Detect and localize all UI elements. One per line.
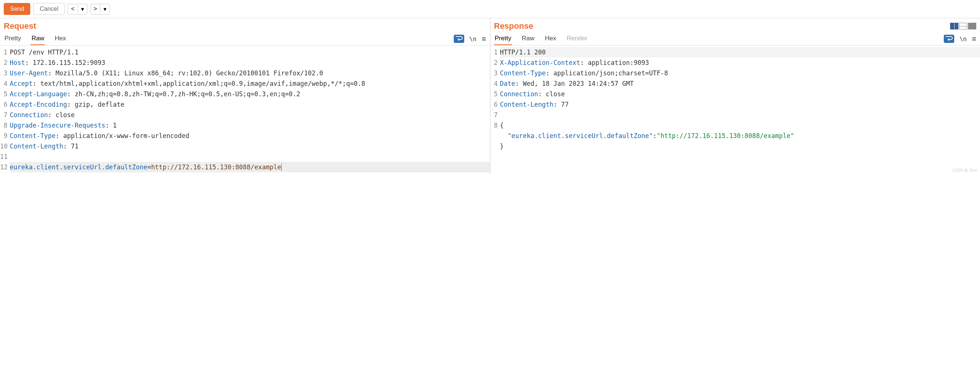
- tab-hex[interactable]: Hex: [54, 32, 67, 45]
- response-title: Response: [494, 21, 533, 31]
- action-toolbar: Send Cancel < ▾ > ▾: [0, 0, 980, 18]
- line-number: 2: [490, 57, 500, 68]
- line-content[interactable]: Date: Wed, 18 Jan 2023 14:24:57 GMT: [500, 78, 980, 89]
- line-number: 4: [0, 78, 10, 89]
- line-number: 12: [0, 162, 10, 172]
- editor-line[interactable]: 5Connection: close: [490, 89, 980, 99]
- tab-render[interactable]: Render: [566, 32, 588, 45]
- line-content[interactable]: Content-Type: application/x-www-form-url…: [10, 131, 490, 141]
- layout-buttons: [950, 23, 976, 30]
- line-content[interactable]: eureka.client.serviceUrl.defaultZone=htt…: [10, 162, 490, 172]
- editor-line[interactable]: 2X-Application-Context: application:9093: [490, 57, 980, 68]
- line-content[interactable]: POST /env HTTP/1.1: [10, 47, 490, 57]
- line-content[interactable]: {: [500, 120, 980, 131]
- line-number: 11: [0, 152, 10, 162]
- line-content[interactable]: X-Application-Context: application:9093: [500, 57, 980, 68]
- layout-single[interactable]: [968, 23, 976, 30]
- editor-line[interactable]: 9Content-Type: application/x-www-form-ur…: [0, 131, 490, 141]
- show-newlines-icon[interactable]: \n: [959, 35, 967, 43]
- editor-line[interactable]: 6Content-Length: 77: [490, 99, 980, 110]
- cancel-button[interactable]: Cancel: [33, 3, 65, 15]
- editor-line[interactable]: 4Accept: text/html,application/xhtml+xml…: [0, 78, 490, 89]
- line-content[interactable]: [500, 110, 980, 120]
- tab-raw[interactable]: Raw: [30, 32, 45, 45]
- history-next-dropdown[interactable]: ▾: [100, 4, 110, 14]
- line-content[interactable]: Connection: close: [10, 110, 490, 120]
- line-content[interactable]: }: [500, 141, 980, 152]
- editor-line[interactable]: 3User-Agent: Mozilla/5.0 (X11; Linux x86…: [0, 68, 490, 78]
- line-number: 1: [490, 47, 500, 57]
- editor-menu-icon[interactable]: ≡: [482, 35, 486, 43]
- line-number: 8: [0, 120, 10, 131]
- editor-line[interactable]: 4Date: Wed, 18 Jan 2023 14:24:57 GMT: [490, 78, 980, 89]
- editor-line[interactable]: 7Connection: close: [0, 110, 490, 120]
- response-tabs: Pretty Raw Hex Render: [494, 32, 588, 45]
- line-number: 2: [0, 57, 10, 68]
- line-number: 5: [490, 89, 500, 99]
- request-tabs: Pretty Raw Hex: [4, 32, 67, 45]
- line-number: [490, 141, 500, 152]
- line-number: 3: [0, 68, 10, 78]
- history-next-group: > ▾: [91, 4, 110, 14]
- line-number: 8: [490, 120, 500, 131]
- show-newlines-icon[interactable]: \n: [469, 35, 477, 43]
- line-number: 9: [0, 131, 10, 141]
- history-prev-button[interactable]: <: [68, 4, 77, 14]
- editor-line[interactable]: }: [490, 141, 980, 152]
- history-prev-dropdown[interactable]: ▾: [78, 4, 88, 14]
- line-content[interactable]: Upgrade-Insecure-Requests: 1: [10, 120, 490, 131]
- line-content[interactable]: Content-Length: 77: [500, 99, 980, 110]
- editor-line[interactable]: 12eureka.client.serviceUrl.defaultZone=h…: [0, 162, 490, 172]
- line-number: 10: [0, 141, 10, 152]
- line-content[interactable]: Connection: close: [500, 89, 980, 99]
- editor-line[interactable]: 6Accept-Encoding: gzip, deflate: [0, 99, 490, 110]
- request-editor[interactable]: 1POST /env HTTP/1.12Host: 172.16.115.152…: [0, 46, 490, 174]
- line-content[interactable]: Accept-Encoding: gzip, deflate: [10, 99, 490, 110]
- line-content[interactable]: Accept: text/html,application/xhtml+xml,…: [10, 78, 490, 89]
- line-number: 3: [490, 68, 500, 78]
- editor-line[interactable]: 3Content-Type: application/json;charset=…: [490, 68, 980, 78]
- editor-line[interactable]: 1HTTP/1.1 200: [490, 47, 980, 57]
- wrap-toggle-icon[interactable]: [454, 35, 464, 43]
- editor-line[interactable]: 10Content-Length: 71: [0, 141, 490, 152]
- editor-line[interactable]: 7: [490, 110, 980, 120]
- response-pane: Response Pretty Raw Hex Render \n ≡: [490, 18, 980, 174]
- line-number: 1: [0, 47, 10, 57]
- line-content[interactable]: [10, 152, 490, 162]
- tab-pretty[interactable]: Pretty: [4, 32, 22, 45]
- line-content[interactable]: Content-Length: 71: [10, 141, 490, 152]
- line-number: 6: [0, 99, 10, 110]
- editor-line[interactable]: 11: [0, 152, 490, 162]
- request-pane: Request Pretty Raw Hex \n ≡ 1POST /env H…: [0, 18, 490, 174]
- editor-line[interactable]: 1POST /env HTTP/1.1: [0, 47, 490, 57]
- line-number: 7: [490, 110, 500, 120]
- tab-hex[interactable]: Hex: [544, 32, 557, 45]
- wrap-toggle-icon[interactable]: [944, 35, 954, 43]
- request-title: Request: [4, 21, 36, 31]
- response-editor[interactable]: 1HTTP/1.1 2002X-Application-Context: app…: [490, 46, 980, 153]
- editor-line[interactable]: "eureka.client.serviceUrl.defaultZone":"…: [490, 131, 980, 141]
- line-content[interactable]: User-Agent: Mozilla/5.0 (X11; Linux x86_…: [10, 68, 490, 78]
- send-button[interactable]: Send: [4, 3, 30, 15]
- layout-split-vertical[interactable]: [950, 23, 958, 30]
- editor-line[interactable]: 5Accept-Language: zh-CN,zh;q=0.8,zh-TW;q…: [0, 89, 490, 99]
- editor-line[interactable]: 8{: [490, 120, 980, 131]
- tab-pretty[interactable]: Pretty: [494, 32, 512, 45]
- history-next-button[interactable]: >: [91, 4, 100, 14]
- tab-raw[interactable]: Raw: [521, 32, 535, 45]
- line-content[interactable]: Host: 172.16.115.152:9093: [10, 57, 490, 68]
- line-content[interactable]: Accept-Language: zh-CN,zh;q=0.8,zh-TW;q=…: [10, 89, 490, 99]
- editor-line[interactable]: 2Host: 172.16.115.152:9093: [0, 57, 490, 68]
- line-content[interactable]: HTTP/1.1 200: [500, 47, 980, 57]
- line-number: [490, 131, 500, 141]
- editor-menu-icon[interactable]: ≡: [972, 35, 976, 43]
- line-number: 6: [490, 99, 500, 110]
- line-number: 5: [0, 89, 10, 99]
- line-number: 7: [0, 110, 10, 120]
- editor-line[interactable]: 8Upgrade-Insecure-Requests: 1: [0, 120, 490, 131]
- line-number: 4: [490, 78, 500, 89]
- layout-split-horizontal[interactable]: [959, 23, 967, 30]
- line-content[interactable]: "eureka.client.serviceUrl.defaultZone":"…: [500, 131, 980, 141]
- line-content[interactable]: Content-Type: application/json;charset=U…: [500, 68, 980, 78]
- watermark: CSDN @ Timo: [952, 168, 977, 172]
